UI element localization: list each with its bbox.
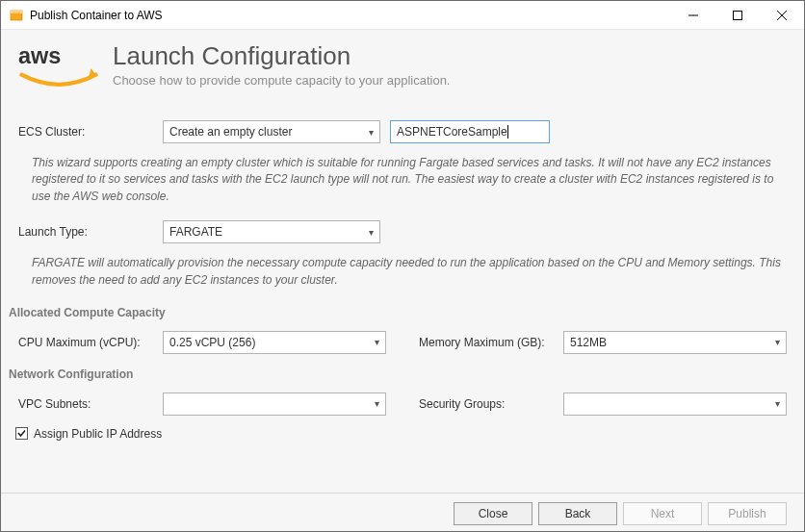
ecs-cluster-name-value: ASPNETCoreSample	[397, 125, 507, 139]
ecs-cluster-row: ECS Cluster: Create an empty cluster ▾ A…	[18, 120, 787, 143]
vpc-subnets-select[interactable]: ▾	[163, 393, 386, 416]
ecs-cluster-description: This wizard supports creating an empty c…	[32, 155, 787, 205]
chevron-down-icon: ▾	[775, 398, 780, 409]
wizard-body: aws Launch Configuration Choose how to p…	[1, 30, 804, 531]
check-icon	[16, 428, 27, 439]
text-caret	[507, 125, 508, 139]
ecs-cluster-label: ECS Cluster:	[18, 125, 163, 139]
mem-max-label: Memory Maximum (GB):	[419, 336, 563, 349]
ecs-cluster-select[interactable]: Create an empty cluster ▾	[163, 120, 380, 143]
page-subtitle: Choose how to provide compute capacity t…	[113, 73, 450, 88]
chevron-down-icon: ▾	[375, 398, 379, 409]
maximize-button[interactable]	[715, 1, 760, 30]
security-groups-label: Security Groups:	[419, 397, 563, 411]
launch-type-row: Launch Type: FARGATE ▾	[18, 220, 787, 243]
ecs-cluster-select-value: Create an empty cluster	[169, 125, 292, 139]
svg-rect-1	[11, 11, 22, 13]
footer-buttons: Close Back Next Publish	[454, 502, 787, 525]
launch-type-label: Launch Type:	[18, 225, 163, 239]
compute-grid: CPU Maximum (vCPU): 0.25 vCPU (256) ▾ Me…	[18, 331, 787, 354]
cpu-max-label: CPU Maximum (vCPU):	[18, 336, 163, 349]
minimize-button[interactable]	[671, 1, 715, 30]
mem-max-value: 512MB	[570, 336, 607, 349]
close-window-button[interactable]	[760, 1, 804, 30]
window-root: Publish Container to AWS aws Launch Conf…	[0, 0, 805, 532]
window-title: Publish Container to AWS	[30, 9, 163, 22]
maximize-icon	[733, 11, 742, 20]
cpu-max-value: 0.25 vCPU (256)	[169, 336, 255, 349]
page-header: aws Launch Configuration Choose how to p…	[18, 41, 787, 97]
chevron-down-icon: ▾	[369, 127, 374, 138]
chevron-down-icon: ▾	[775, 337, 780, 347]
close-icon	[777, 11, 787, 20]
vpc-subnets-label: VPC Subnets:	[18, 397, 163, 411]
svg-text:aws: aws	[18, 43, 61, 68]
svg-rect-3	[734, 11, 742, 19]
security-groups-select[interactable]: ▾	[563, 393, 787, 416]
launch-type-select[interactable]: FARGATE ▾	[163, 220, 380, 243]
close-button[interactable]: Close	[454, 502, 532, 525]
app-icon	[9, 8, 24, 23]
minimize-icon	[688, 11, 698, 20]
aws-logo: aws	[18, 39, 99, 97]
compute-section-header: Allocated Compute Capacity	[9, 306, 787, 319]
next-button: Next	[623, 502, 702, 525]
page-title: Launch Configuration	[113, 41, 450, 71]
network-section-header: Network Configuration	[9, 367, 787, 381]
chevron-down-icon: ▾	[369, 227, 374, 238]
assign-public-ip-checkbox[interactable]	[15, 427, 28, 440]
network-grid: VPC Subnets: ▾ Security Groups: ▾	[18, 393, 787, 416]
ecs-cluster-name-input[interactable]: ASPNETCoreSample	[390, 120, 550, 143]
titlebar: Publish Container to AWS	[1, 1, 804, 30]
launch-type-description: FARGATE will automatically provision the…	[32, 255, 787, 289]
launch-type-value: FARGATE	[169, 225, 222, 239]
assign-public-ip-label: Assign Public IP Address	[34, 427, 162, 441]
publish-button: Publish	[708, 502, 787, 525]
cpu-max-select[interactable]: 0.25 vCPU (256) ▾	[163, 331, 386, 354]
mem-max-select[interactable]: 512MB ▾	[563, 331, 787, 354]
assign-public-ip-row[interactable]: Assign Public IP Address	[15, 427, 787, 441]
back-button[interactable]: Back	[538, 502, 617, 525]
chevron-down-icon: ▾	[375, 337, 379, 347]
